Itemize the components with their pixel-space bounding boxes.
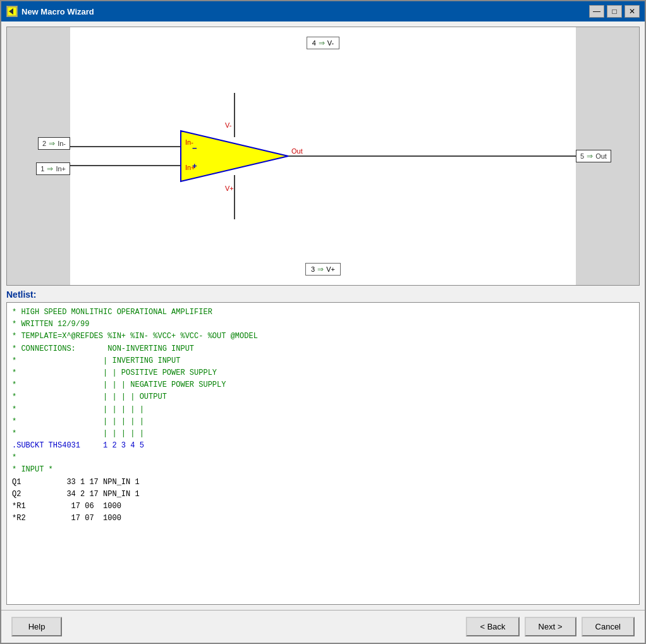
minimize-button[interactable]: — bbox=[589, 5, 604, 18]
title-bar: New Macro Wizard — □ ✕ bbox=[1, 1, 645, 21]
netlist-line: * INPUT * bbox=[12, 464, 634, 476]
pin-4-number: 4 bbox=[312, 39, 316, 47]
pin-1-number: 1 bbox=[40, 165, 44, 173]
right-sidebar: 5 ⇒ Out bbox=[576, 27, 639, 285]
pin-2-arrow: ⇒ bbox=[49, 139, 55, 148]
pin-1-name: In+ bbox=[56, 165, 66, 173]
top-pin-area: 4 ⇒ V- bbox=[70, 27, 576, 59]
netlist-header: Netlist: bbox=[6, 289, 640, 300]
netlist-line: * | | | | | bbox=[12, 404, 634, 416]
netlist-line: * | | | | OUTPUT bbox=[12, 391, 634, 403]
pin-2-name: In- bbox=[58, 140, 66, 147]
netlist-line: * WRITTEN 12/9/99 bbox=[12, 319, 634, 331]
netlist-line: .SUBCKT THS4031 1 2 3 4 5 bbox=[12, 440, 634, 452]
title-bar-left: New Macro Wizard bbox=[6, 6, 94, 17]
pin-out: 5 ⇒ Out bbox=[576, 150, 611, 162]
netlist-content[interactable]: * HIGH SPEED MONLITHIC OPERATIONAL AMPLI… bbox=[6, 302, 640, 605]
svg-text:Out: Out bbox=[291, 147, 303, 155]
app-icon bbox=[6, 6, 18, 17]
pin-v-minus: 4 ⇒ V- bbox=[307, 37, 340, 49]
pin-3-arrow: ⇒ bbox=[317, 265, 324, 274]
bottom-pin-area: 3 ⇒ V+ bbox=[70, 253, 576, 285]
netlist-section: Netlist: * HIGH SPEED MONLITHIC OPERATIO… bbox=[6, 289, 640, 605]
netlist-line: * | | | NEGATIVE POWER SUPPLY bbox=[12, 379, 634, 391]
netlist-line: * | | | | | bbox=[12, 428, 634, 440]
pin-5-name: Out bbox=[595, 152, 607, 160]
cancel-button[interactable]: Cancel bbox=[582, 617, 635, 636]
svg-text:V+: V+ bbox=[225, 185, 234, 192]
schematic-drawing: 4 ⇒ V- bbox=[70, 27, 576, 285]
navigation-buttons: < Back Next > Cancel bbox=[466, 617, 635, 636]
schematic-svg: In- In+ V- V+ Out − + bbox=[70, 93, 576, 219]
schematic-container: 2 ⇒ In- 1 ⇒ In+ 4 ⇒ V- bbox=[6, 27, 640, 286]
main-content: 2 ⇒ In- 1 ⇒ In+ 4 ⇒ V- bbox=[1, 21, 645, 610]
back-button[interactable]: < Back bbox=[466, 617, 519, 636]
svg-text:V-: V- bbox=[225, 121, 232, 129]
pin-4-arrow: ⇒ bbox=[319, 39, 325, 47]
main-window: New Macro Wizard — □ ✕ 2 ⇒ In- 1 ⇒ In+ bbox=[0, 0, 646, 644]
pin-in-plus: 1 ⇒ In+ bbox=[36, 162, 70, 175]
pin-4-name: V- bbox=[327, 39, 334, 47]
pin-3-name: V+ bbox=[326, 265, 335, 273]
pin-1-arrow: ⇒ bbox=[47, 164, 53, 173]
netlist-line: *R1 17 06 1000 bbox=[12, 501, 634, 513]
netlist-line: Q2 34 2 17 NPN_IN 1 bbox=[12, 489, 634, 501]
schematic-center: In- In+ V- V+ Out − + bbox=[70, 59, 576, 253]
close-button[interactable]: ✕ bbox=[625, 5, 640, 18]
pin-v-plus: 3 ⇒ V+ bbox=[305, 263, 341, 276]
netlist-line: *R2 17 07 1000 bbox=[12, 513, 634, 525]
left-sidebar: 2 ⇒ In- 1 ⇒ In+ bbox=[7, 27, 70, 285]
netlist-line: * CONNECTIONS: NON-INVERTING INPUT bbox=[12, 343, 634, 355]
svg-text:+: + bbox=[192, 161, 197, 171]
netlist-line: Q1 33 1 17 NPN_IN 1 bbox=[12, 477, 634, 489]
svg-text:−: − bbox=[192, 143, 197, 153]
pin-2-number: 2 bbox=[42, 140, 46, 147]
window-title: New Macro Wizard bbox=[21, 7, 94, 16]
pin-3-number: 3 bbox=[311, 265, 315, 273]
netlist-line: * TEMPLATE=X^@REFDES %IN+ %IN- %VCC+ %VC… bbox=[12, 331, 634, 343]
netlist-line: * HIGH SPEED MONLITHIC OPERATIONAL AMPLI… bbox=[12, 307, 634, 319]
maximize-button[interactable]: □ bbox=[607, 5, 622, 18]
next-button[interactable]: Next > bbox=[525, 617, 576, 636]
svg-marker-7 bbox=[181, 131, 288, 181]
pin-5-arrow: ⇒ bbox=[587, 152, 593, 161]
help-button[interactable]: Help bbox=[11, 617, 62, 636]
netlist-line: * | | | | | bbox=[12, 416, 634, 428]
netlist-line: * bbox=[12, 452, 634, 464]
button-bar: Help < Back Next > Cancel bbox=[1, 610, 645, 643]
netlist-line: * | INVERTING INPUT bbox=[12, 355, 634, 367]
pin-5-number: 5 bbox=[580, 152, 584, 160]
title-controls: — □ ✕ bbox=[589, 5, 640, 18]
netlist-line: * | | POSITIVE POWER SUPPLY bbox=[12, 367, 634, 379]
pin-in-minus: 2 ⇒ In- bbox=[38, 137, 70, 150]
